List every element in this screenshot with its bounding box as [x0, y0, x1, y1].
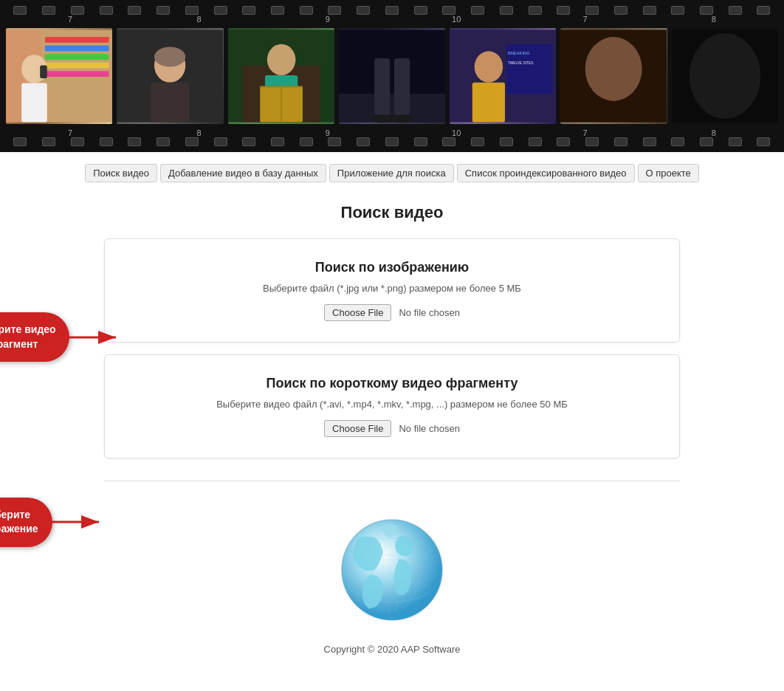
video-choose-file-button[interactable]: Choose File [324, 420, 391, 437]
film-hole [185, 137, 199, 146]
film-hole [271, 6, 284, 15]
film-hole [643, 137, 656, 146]
main-content: Поиск по изображению Выберите файл (*.jp… [60, 238, 724, 655]
image-choose-file-button[interactable]: Choose File [324, 304, 391, 321]
film-hole [214, 6, 227, 15]
film-frame [117, 28, 223, 124]
svg-rect-23 [374, 58, 390, 115]
film-frames-row: BREAKING TWELVE SITES [0, 24, 784, 128]
video-file-input-row: Choose File No file chosen [134, 420, 650, 437]
svg-point-16 [267, 44, 295, 75]
film-hole [185, 6, 199, 15]
film-frame [339, 28, 445, 124]
film-hole [157, 137, 170, 146]
nav-list-button[interactable]: Список проиндексированного видео [457, 164, 635, 182]
nav-add-button[interactable]: Добавление видео в базу данных [160, 164, 326, 182]
film-number: 8 [662, 128, 766, 137]
film-hole [414, 137, 427, 146]
nav-search-button[interactable]: Поиск видео [85, 164, 157, 182]
film-hole [414, 6, 427, 15]
image-no-file-label: No file chosen [399, 307, 459, 318]
film-number: 8 [147, 128, 250, 137]
globe-icon [333, 511, 451, 629]
film-hole [614, 137, 627, 146]
film-hole [585, 137, 599, 146]
film-hole [71, 6, 84, 15]
film-hole [128, 6, 141, 15]
film-hole [729, 137, 742, 146]
film-number: 9 [276, 15, 379, 24]
film-hole [700, 6, 713, 15]
film-number: 9 [276, 128, 379, 137]
svg-rect-12 [151, 83, 189, 123]
film-hole [42, 6, 55, 15]
image-annotation-bubble: Выберитеизображение [0, 498, 52, 547]
film-holes-bottom [0, 137, 784, 146]
film-hole [214, 137, 227, 146]
svg-rect-3 [45, 46, 109, 52]
navigation: Поиск видео Добавление видео в базу данн… [0, 152, 784, 190]
film-number: 8 [147, 15, 250, 24]
svg-rect-2 [45, 37, 109, 43]
film-frame [560, 28, 667, 124]
film-hole [500, 6, 513, 15]
film-number: 7 [18, 128, 122, 137]
video-search-description: Выберите видео файл (*.avi, *.mp4, *.mkv… [134, 399, 650, 410]
film-hole [757, 6, 770, 15]
video-annotation-arrow [66, 326, 125, 348]
film-number: 7 [533, 128, 636, 137]
svg-point-26 [391, 114, 413, 123]
film-hole [385, 6, 399, 15]
film-hole [100, 137, 113, 146]
image-annotation-arrow [49, 503, 108, 540]
svg-point-13 [154, 47, 185, 67]
image-search-card: Поиск по изображению Выберите файл (*.jp… [104, 238, 680, 343]
nav-app-button[interactable]: Приложение для поиска [329, 164, 454, 182]
film-hole [71, 137, 84, 146]
film-hole [614, 6, 627, 15]
film-hole [442, 137, 455, 146]
film-hole [557, 137, 570, 146]
film-hole [471, 137, 484, 146]
svg-rect-5 [45, 63, 109, 69]
copyright-text: Copyright © 2020 AAP Software [104, 644, 680, 655]
film-hole [529, 137, 542, 146]
image-annotation-text: Выберитеизображение [0, 509, 38, 535]
svg-rect-32 [472, 83, 505, 123]
film-hole [13, 137, 27, 146]
image-search-description: Выберите файл (*.jpg или *.png) размером… [134, 283, 650, 294]
film-hole [557, 6, 570, 15]
film-hole [328, 6, 341, 15]
film-hole [729, 6, 742, 15]
film-number: 8 [662, 15, 766, 24]
svg-rect-4 [45, 54, 109, 60]
film-hole [128, 137, 141, 146]
film-hole [357, 6, 370, 15]
film-hole [442, 6, 455, 15]
film-number: 10 [405, 128, 508, 137]
film-hole [585, 6, 599, 15]
film-frame [228, 28, 334, 124]
film-hole [157, 6, 170, 15]
filmstrip: 7 8 9 10 7 8 [0, 0, 784, 152]
film-hole [13, 6, 27, 15]
video-no-file-label: No file chosen [399, 423, 459, 434]
svg-rect-6 [45, 71, 109, 77]
film-hole [643, 6, 656, 15]
globe-container [104, 511, 680, 629]
film-hole [671, 6, 684, 15]
film-hole [385, 137, 399, 146]
film-hole [300, 6, 313, 15]
svg-rect-35 [560, 30, 667, 122]
video-search-title: Поиск по короткому видео фрагменту [134, 376, 650, 391]
svg-text:BREAKING: BREAKING [508, 51, 530, 55]
film-hole [757, 137, 770, 146]
nav-about-button[interactable]: О проекте [638, 164, 699, 182]
video-annotation-text: Выберите видеофрагмент [0, 323, 56, 350]
film-number: 7 [18, 15, 122, 24]
svg-rect-24 [394, 58, 410, 115]
film-hole [300, 137, 313, 146]
page-title: Поиск видео [0, 203, 784, 222]
film-hole [700, 137, 713, 146]
image-file-input-row: Choose File No file chosen [134, 304, 650, 321]
